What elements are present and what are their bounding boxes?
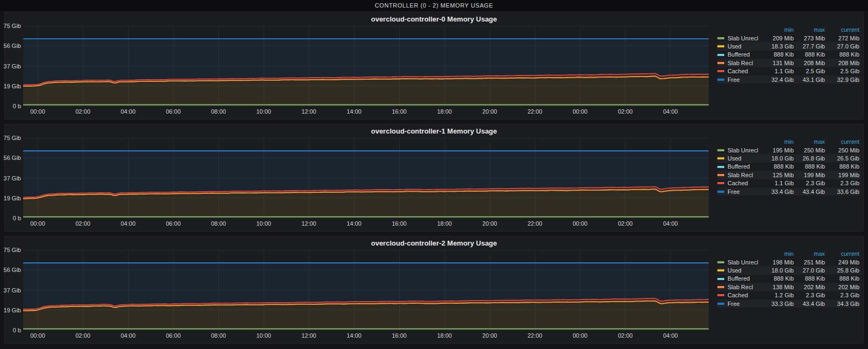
legend-row-used[interactable]: Used18.3 Gib27.7 Gib27.0 Gib	[717, 42, 860, 50]
series-min-value: 1.2 Gib	[765, 292, 794, 298]
legend-row-free[interactable]: Free33.4 Gib43.4 Gib33.6 Gib	[717, 187, 860, 196]
series-color-swatch	[717, 303, 724, 305]
x-axis: 00:0002:0004:0006:0008:0010:0012:0014:00…	[23, 331, 709, 340]
series-max-value: 2.5 Gib	[794, 68, 825, 74]
x-tick-label: 04:00	[121, 332, 136, 339]
x-tick-label: 08:00	[211, 220, 226, 227]
legend-row-slab-recl[interactable]: Slab Recl125 Mib199 Mib199 Mib	[717, 171, 860, 179]
legend-row-used[interactable]: Used18.0 Gib26.8 Gib26.5 Gib	[717, 154, 860, 162]
legend-col-min[interactable]: min	[765, 250, 794, 257]
series-color-swatch	[717, 269, 724, 271]
series-name: Free	[717, 76, 765, 83]
series-min-value: 1.1 Gib	[765, 68, 794, 74]
legend-row-used[interactable]: Used18.0 Gib27.0 Gib25.8 Gib	[717, 266, 860, 274]
legend-row-buffered[interactable]: Buffered888 Kib888 Kib888 Kib	[717, 163, 860, 171]
legend-row-buffered[interactable]: Buffered888 Kib888 Kib888 Kib	[717, 275, 860, 283]
x-tick-label: 10:00	[256, 332, 271, 339]
panel-title[interactable]: overcloud-controller-1 Memory Usage	[5, 124, 863, 138]
series-current-value: 26.5 Gib	[825, 155, 859, 162]
y-tick-label: 0 b	[13, 215, 21, 221]
memory-usage-chart[interactable]	[23, 138, 709, 218]
x-tick-label: 04:00	[663, 332, 678, 339]
series-name: Used	[717, 267, 765, 274]
legend-row-slab-unrecl[interactable]: Slab Unrecl195 Mib250 Mib250 Mib	[717, 146, 860, 154]
series-name: Slab Unrecl	[717, 259, 765, 266]
series-min-value: 131 Mib	[765, 60, 794, 66]
x-tick-label: 06:00	[166, 108, 181, 115]
legend-row-slab-recl[interactable]: Slab Recl138 Mib202 Mib202 Mib	[717, 283, 860, 291]
series-name: Free	[717, 301, 765, 307]
legend-row-slab-unrecl[interactable]: Slab Unrecl198 Mib251 Mib249 Mib	[717, 258, 860, 266]
series-name: Cached	[717, 180, 765, 186]
y-tick-label: 0 b	[13, 103, 21, 109]
panel-title[interactable]: overcloud-controller-0 Memory Usage	[5, 12, 863, 26]
series-max-value: 888 Kib	[794, 275, 825, 282]
chart-plot[interactable]	[23, 26, 709, 106]
x-tick-label: 14:00	[347, 220, 362, 227]
series-current-value: 199 Mib	[825, 172, 859, 178]
series-color-swatch	[717, 174, 724, 176]
legend-col-min[interactable]: min	[765, 26, 794, 33]
x-tick-label: 10:00	[256, 108, 271, 115]
legend-col-current[interactable]: current	[825, 138, 859, 145]
panel-controller-1: overcloud-controller-1 Memory Usage 0 b1…	[4, 124, 864, 232]
x-tick-label: 02:00	[618, 220, 633, 227]
series-name: Slab Recl	[717, 60, 765, 66]
x-tick-label: 12:00	[301, 108, 316, 115]
memory-usage-chart[interactable]	[23, 26, 709, 106]
x-tick-label: 12:00	[301, 332, 316, 339]
series-current-value: 208 Mib	[825, 60, 859, 66]
series-max-value: 43.1 Gib	[794, 76, 825, 83]
series-current-value: 34.3 Gib	[825, 301, 859, 307]
y-tick-label: 19 Gib	[4, 83, 21, 89]
series-current-value: 2.3 Gib	[825, 292, 859, 298]
series-color-swatch	[717, 149, 724, 151]
series-color-swatch	[717, 261, 724, 263]
y-tick-label: 37 Gib	[4, 63, 21, 69]
series-min-value: 198 Mib	[765, 259, 794, 266]
series-color-swatch	[717, 166, 724, 168]
series-name: Slab Recl	[717, 172, 765, 178]
legend-col-max[interactable]: max	[794, 26, 825, 33]
x-tick-label: 14:00	[347, 332, 362, 339]
legend-row-slab-recl[interactable]: Slab Recl131 Mib208 Mib208 Mib	[717, 59, 860, 67]
panel-title[interactable]: overcloud-controller-2 Memory Usage	[5, 236, 863, 250]
series-min-value: 209 Mib	[765, 35, 794, 41]
series-color-swatch	[717, 37, 724, 39]
legend-row-slab-unrecl[interactable]: Slab Unrecl209 Mib273 Mib272 Mib	[717, 34, 860, 42]
x-tick-label: 18:00	[437, 220, 452, 227]
x-tick-label: 14:00	[347, 108, 362, 115]
legend-row-cached[interactable]: Cached1.2 Gib2.3 Gib2.3 Gib	[717, 291, 860, 299]
series-color-swatch	[717, 62, 724, 64]
chart-plot[interactable]	[23, 250, 709, 330]
x-tick-label: 22:00	[527, 220, 542, 227]
legend-row-buffered[interactable]: Buffered888 Kib888 Kib888 Kib	[717, 51, 860, 59]
memory-usage-chart[interactable]	[23, 250, 709, 330]
chart-plot[interactable]	[23, 138, 709, 218]
x-tick-label: 12:00	[301, 220, 316, 227]
series-color-swatch	[717, 286, 724, 288]
y-tick-label: 56 Gib	[4, 155, 21, 161]
legend-col-current[interactable]: current	[825, 26, 859, 33]
series-min-value: 888 Kib	[765, 163, 794, 170]
x-tick-label: 20:00	[482, 108, 497, 115]
series-min-value: 888 Kib	[765, 275, 794, 282]
series-color-swatch	[717, 278, 724, 280]
series-name: Used	[717, 43, 765, 50]
x-tick-label: 02:00	[618, 332, 633, 339]
legend-col-max[interactable]: max	[794, 250, 825, 257]
x-tick-label: 08:00	[211, 332, 226, 339]
legend-row-cached[interactable]: Cached1.1 Gib2.3 Gib2.3 Gib	[717, 179, 860, 187]
legend-row-free[interactable]: Free32.4 Gib43.1 Gib32.9 Gib	[717, 75, 860, 83]
x-tick-label: 06:00	[166, 332, 181, 339]
y-tick-label: 19 Gib	[4, 195, 21, 201]
legend-col-current[interactable]: current	[825, 250, 859, 257]
series-color-swatch	[717, 45, 724, 47]
series-max-value: 2.3 Gib	[794, 180, 825, 186]
series-max-value: 2.3 Gib	[794, 292, 825, 298]
y-tick-label: 75 Gib	[4, 23, 21, 29]
legend-row-cached[interactable]: Cached1.1 Gib2.5 Gib2.5 Gib	[717, 67, 860, 75]
legend-row-free[interactable]: Free33.3 Gib43.4 Gib34.3 Gib	[717, 299, 860, 308]
legend-col-max[interactable]: max	[794, 138, 825, 145]
legend-col-min[interactable]: min	[765, 138, 794, 145]
